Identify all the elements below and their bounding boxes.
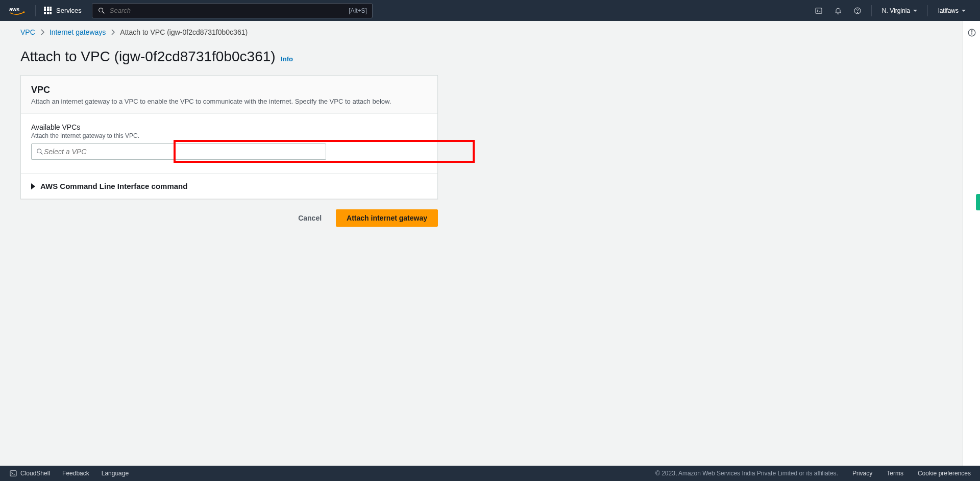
panel-heading: VPC	[31, 85, 427, 95]
svg-point-1	[99, 8, 103, 12]
breadcrumb-current: Attach to VPC (igw-0f2cd8731f0b0c361)	[120, 28, 248, 36]
grid-icon	[44, 7, 52, 15]
search-input[interactable]	[110, 7, 349, 14]
feedback-label: Feedback	[62, 470, 89, 477]
feedback-link[interactable]: Feedback	[62, 470, 89, 477]
region-label: N. Virginia	[882, 7, 910, 14]
search-hint: [Alt+S]	[349, 7, 367, 14]
info-icon	[967, 28, 976, 37]
cloudshell-label: CloudShell	[20, 470, 50, 477]
help-button[interactable]	[849, 3, 866, 18]
cancel-button[interactable]: Cancel	[292, 210, 328, 226]
global-search[interactable]: [Alt+S]	[92, 3, 373, 18]
bottom-left: CloudShell Feedback Language	[9, 469, 129, 477]
panel-body: Available VPCs Attach the internet gatew…	[21, 114, 437, 173]
cloudshell-icon-button[interactable]	[810, 3, 827, 18]
svg-rect-11	[10, 471, 16, 476]
attach-button[interactable]: Attach internet gateway	[336, 209, 438, 227]
language-label: Language	[102, 470, 129, 477]
bell-icon	[834, 7, 842, 15]
bottom-bar: CloudShell Feedback Language © 2023, Ama…	[0, 466, 980, 481]
panel-description: Attach an internet gateway to a VPC to e…	[31, 98, 427, 105]
terminal-icon	[815, 7, 823, 15]
nav-right: N. Virginia latifaws	[810, 3, 971, 18]
info-panel-toggle[interactable]	[967, 28, 976, 466]
main-content: VPC Internet gateways Attach to VPC (igw…	[0, 21, 980, 466]
cli-label: AWS Command Line Interface command	[40, 182, 187, 190]
breadcrumb-vpc[interactable]: VPC	[20, 28, 35, 36]
divider	[927, 5, 928, 16]
vpc-panel: VPC Attach an internet gateway to a VPC …	[20, 75, 438, 199]
info-link[interactable]: Info	[281, 55, 293, 63]
services-label: Services	[56, 7, 82, 14]
user-label: latifaws	[938, 7, 959, 14]
svg-line-7	[41, 153, 42, 154]
cloudshell-link[interactable]: CloudShell	[9, 469, 50, 477]
field-label: Available VPCs	[31, 123, 427, 131]
divider	[35, 5, 36, 16]
chevron-right-icon	[40, 29, 44, 35]
privacy-link[interactable]: Privacy	[852, 470, 872, 477]
chevron-down-icon	[913, 10, 917, 12]
svg-point-5	[857, 12, 857, 12]
chevron-down-icon	[962, 10, 966, 12]
services-menu[interactable]: Services	[39, 7, 87, 15]
top-nav: aws Services [Alt+S] N. Virginia latifaw…	[0, 0, 980, 21]
language-link[interactable]: Language	[102, 470, 129, 477]
page-title: Attach to VPC (igw-0f2cd8731f0b0c361)	[20, 49, 276, 64]
cookies-link[interactable]: Cookie preferences	[918, 470, 971, 477]
panel-header: VPC Attach an internet gateway to a VPC …	[21, 76, 437, 114]
divider	[871, 5, 872, 16]
notifications-button[interactable]	[829, 3, 847, 18]
search-icon	[36, 148, 44, 156]
chevron-right-icon	[111, 29, 115, 35]
vpc-select[interactable]	[31, 143, 326, 160]
svg-point-10	[971, 31, 972, 32]
vpc-select-input[interactable]	[44, 148, 322, 156]
search-icon	[97, 7, 106, 15]
bottom-right: © 2023, Amazon Web Services India Privat…	[655, 470, 971, 477]
breadcrumb: VPC Internet gateways Attach to VPC (igw…	[20, 28, 761, 36]
feedback-tab[interactable]	[976, 194, 980, 210]
copyright-text: © 2023, Amazon Web Services India Privat…	[655, 470, 838, 477]
action-row: Cancel Attach internet gateway	[20, 209, 438, 227]
terminal-icon	[9, 469, 17, 477]
user-menu[interactable]: latifaws	[933, 7, 971, 14]
cli-expander[interactable]: AWS Command Line Interface command	[21, 173, 437, 199]
terms-link[interactable]: Terms	[887, 470, 903, 477]
triangle-right-icon	[31, 183, 35, 189]
aws-logo[interactable]: aws	[9, 6, 26, 16]
svg-text:aws: aws	[9, 6, 19, 12]
svg-rect-3	[816, 8, 822, 13]
field-hint: Attach the internet gateway to this VPC.	[31, 132, 427, 139]
breadcrumb-igw[interactable]: Internet gateways	[50, 28, 106, 36]
info-rail	[963, 21, 980, 466]
svg-point-6	[37, 149, 41, 153]
region-selector[interactable]: N. Virginia	[877, 7, 922, 14]
svg-line-2	[103, 12, 104, 13]
help-icon	[853, 7, 862, 15]
